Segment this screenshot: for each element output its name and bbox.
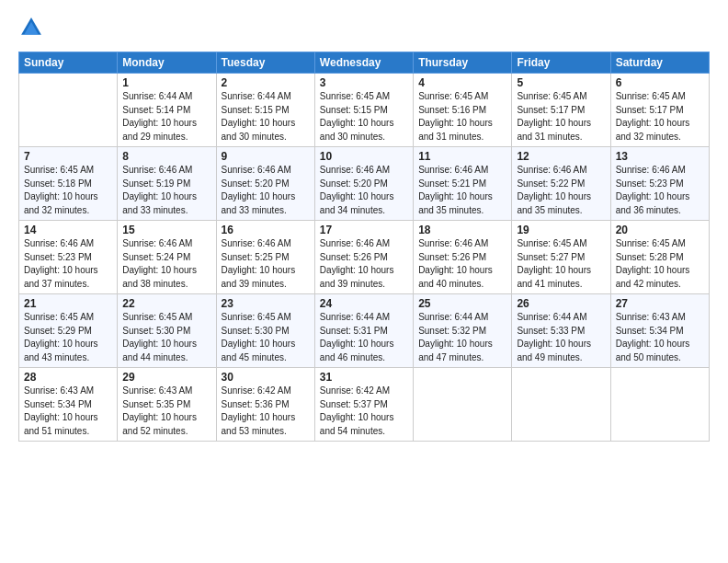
day-cell: 22Sunrise: 6:45 AMSunset: 5:30 PMDayligh… <box>118 294 216 368</box>
day-info: Sunrise: 6:46 AMSunset: 5:24 PMDaylight:… <box>122 237 210 291</box>
day-number: 12 <box>517 150 605 163</box>
week-row-3: 14Sunrise: 6:46 AMSunset: 5:23 PMDayligh… <box>19 221 710 294</box>
day-info: Sunrise: 6:43 AMSunset: 5:34 PMDaylight:… <box>24 385 112 438</box>
day-number: 2 <box>222 76 310 89</box>
week-row-2: 7Sunrise: 6:45 AMSunset: 5:18 PMDaylight… <box>19 147 710 221</box>
day-cell: 20Sunrise: 6:45 AMSunset: 5:28 PMDayligh… <box>610 221 709 294</box>
weekday-header-monday: Monday <box>118 52 216 74</box>
day-cell <box>414 368 512 442</box>
day-number: 10 <box>320 150 408 163</box>
day-number: 30 <box>222 371 310 384</box>
day-number: 11 <box>418 150 506 163</box>
day-number: 13 <box>616 150 704 163</box>
day-number: 14 <box>24 224 112 236</box>
day-info: Sunrise: 6:45 AMSunset: 5:30 PMDaylight:… <box>222 311 310 364</box>
day-cell: 3Sunrise: 6:45 AMSunset: 5:15 PMDaylight… <box>314 74 413 147</box>
day-number: 19 <box>517 224 605 236</box>
day-number: 26 <box>517 297 605 310</box>
day-cell: 10Sunrise: 6:46 AMSunset: 5:20 PMDayligh… <box>314 147 413 221</box>
day-info: Sunrise: 6:46 AMSunset: 5:20 PMDaylight:… <box>320 164 408 217</box>
day-cell: 11Sunrise: 6:46 AMSunset: 5:21 PMDayligh… <box>414 147 512 221</box>
day-cell: 18Sunrise: 6:46 AMSunset: 5:26 PMDayligh… <box>414 221 512 294</box>
day-cell: 9Sunrise: 6:46 AMSunset: 5:20 PMDaylight… <box>216 147 314 221</box>
day-info: Sunrise: 6:44 AMSunset: 5:14 PMDaylight:… <box>122 90 210 144</box>
day-info: Sunrise: 6:46 AMSunset: 5:22 PMDaylight:… <box>517 164 605 217</box>
day-number: 27 <box>616 297 704 310</box>
day-info: Sunrise: 6:45 AMSunset: 5:29 PMDaylight:… <box>24 311 112 364</box>
day-number: 15 <box>122 224 210 236</box>
day-number: 6 <box>616 76 704 89</box>
day-number: 20 <box>616 224 704 236</box>
day-info: Sunrise: 6:43 AMSunset: 5:34 PMDaylight:… <box>616 311 704 364</box>
day-info: Sunrise: 6:45 AMSunset: 5:18 PMDaylight:… <box>24 164 112 217</box>
logo-icon <box>18 15 44 40</box>
calendar-table: SundayMondayTuesdayWednesdayThursdayFrid… <box>18 52 710 442</box>
day-number: 25 <box>418 297 506 310</box>
day-info: Sunrise: 6:46 AMSunset: 5:23 PMDaylight:… <box>616 164 704 217</box>
day-cell: 31Sunrise: 6:42 AMSunset: 5:37 PMDayligh… <box>314 368 413 442</box>
header <box>18 15 710 40</box>
day-number: 1 <box>122 76 210 89</box>
day-info: Sunrise: 6:46 AMSunset: 5:25 PMDaylight:… <box>222 237 310 291</box>
weekday-header-row: SundayMondayTuesdayWednesdayThursdayFrid… <box>19 52 710 74</box>
day-cell: 21Sunrise: 6:45 AMSunset: 5:29 PMDayligh… <box>19 294 118 368</box>
day-cell: 7Sunrise: 6:45 AMSunset: 5:18 PMDaylight… <box>19 147 118 221</box>
logo <box>18 15 48 40</box>
day-cell: 4Sunrise: 6:45 AMSunset: 5:16 PMDaylight… <box>414 74 512 147</box>
day-info: Sunrise: 6:46 AMSunset: 5:23 PMDaylight:… <box>24 237 112 291</box>
weekday-header-sunday: Sunday <box>19 52 118 74</box>
day-info: Sunrise: 6:42 AMSunset: 5:36 PMDaylight:… <box>222 385 310 438</box>
weekday-header-thursday: Thursday <box>414 52 512 74</box>
weekday-header-friday: Friday <box>512 52 610 74</box>
day-cell: 29Sunrise: 6:43 AMSunset: 5:35 PMDayligh… <box>118 368 216 442</box>
day-cell: 1Sunrise: 6:44 AMSunset: 5:14 PMDaylight… <box>118 74 216 147</box>
day-cell: 19Sunrise: 6:45 AMSunset: 5:27 PMDayligh… <box>512 221 610 294</box>
week-row-4: 21Sunrise: 6:45 AMSunset: 5:29 PMDayligh… <box>19 294 710 368</box>
day-cell: 2Sunrise: 6:44 AMSunset: 5:15 PMDaylight… <box>216 74 314 147</box>
day-cell: 28Sunrise: 6:43 AMSunset: 5:34 PMDayligh… <box>19 368 118 442</box>
day-number: 9 <box>222 150 310 163</box>
day-cell: 24Sunrise: 6:44 AMSunset: 5:31 PMDayligh… <box>314 294 413 368</box>
day-number: 3 <box>320 76 408 89</box>
day-cell: 23Sunrise: 6:45 AMSunset: 5:30 PMDayligh… <box>216 294 314 368</box>
day-cell: 27Sunrise: 6:43 AMSunset: 5:34 PMDayligh… <box>610 294 709 368</box>
day-cell <box>19 74 118 147</box>
day-info: Sunrise: 6:44 AMSunset: 5:15 PMDaylight:… <box>222 90 310 144</box>
day-info: Sunrise: 6:45 AMSunset: 5:16 PMDaylight:… <box>418 90 506 144</box>
week-row-1: 1Sunrise: 6:44 AMSunset: 5:14 PMDaylight… <box>19 74 710 147</box>
day-number: 16 <box>222 224 310 236</box>
day-info: Sunrise: 6:43 AMSunset: 5:35 PMDaylight:… <box>122 385 210 438</box>
day-info: Sunrise: 6:45 AMSunset: 5:30 PMDaylight:… <box>122 311 210 364</box>
day-number: 31 <box>320 371 408 384</box>
weekday-header-tuesday: Tuesday <box>216 52 314 74</box>
day-cell: 5Sunrise: 6:45 AMSunset: 5:17 PMDaylight… <box>512 74 610 147</box>
day-number: 17 <box>320 224 408 236</box>
day-info: Sunrise: 6:44 AMSunset: 5:31 PMDaylight:… <box>320 311 408 364</box>
day-info: Sunrise: 6:45 AMSunset: 5:28 PMDaylight:… <box>616 237 704 291</box>
day-number: 23 <box>222 297 310 310</box>
day-number: 24 <box>320 297 408 310</box>
day-info: Sunrise: 6:46 AMSunset: 5:19 PMDaylight:… <box>122 164 210 217</box>
week-row-5: 28Sunrise: 6:43 AMSunset: 5:34 PMDayligh… <box>19 368 710 442</box>
day-number: 18 <box>418 224 506 236</box>
day-info: Sunrise: 6:46 AMSunset: 5:21 PMDaylight:… <box>418 164 506 217</box>
day-cell: 15Sunrise: 6:46 AMSunset: 5:24 PMDayligh… <box>118 221 216 294</box>
day-cell: 14Sunrise: 6:46 AMSunset: 5:23 PMDayligh… <box>19 221 118 294</box>
weekday-header-saturday: Saturday <box>610 52 709 74</box>
day-number: 21 <box>24 297 112 310</box>
day-cell: 17Sunrise: 6:46 AMSunset: 5:26 PMDayligh… <box>314 221 413 294</box>
day-number: 8 <box>122 150 210 163</box>
day-info: Sunrise: 6:42 AMSunset: 5:37 PMDaylight:… <box>320 385 408 438</box>
day-cell: 25Sunrise: 6:44 AMSunset: 5:32 PMDayligh… <box>414 294 512 368</box>
day-number: 7 <box>24 150 112 163</box>
day-info: Sunrise: 6:45 AMSunset: 5:17 PMDaylight:… <box>517 90 605 144</box>
day-info: Sunrise: 6:46 AMSunset: 5:26 PMDaylight:… <box>418 237 506 291</box>
weekday-header-wednesday: Wednesday <box>314 52 413 74</box>
day-cell: 6Sunrise: 6:45 AMSunset: 5:17 PMDaylight… <box>610 74 709 147</box>
day-cell: 12Sunrise: 6:46 AMSunset: 5:22 PMDayligh… <box>512 147 610 221</box>
day-number: 29 <box>122 371 210 384</box>
day-info: Sunrise: 6:45 AMSunset: 5:17 PMDaylight:… <box>616 90 704 144</box>
day-number: 22 <box>122 297 210 310</box>
day-cell: 26Sunrise: 6:44 AMSunset: 5:33 PMDayligh… <box>512 294 610 368</box>
day-cell: 16Sunrise: 6:46 AMSunset: 5:25 PMDayligh… <box>216 221 314 294</box>
